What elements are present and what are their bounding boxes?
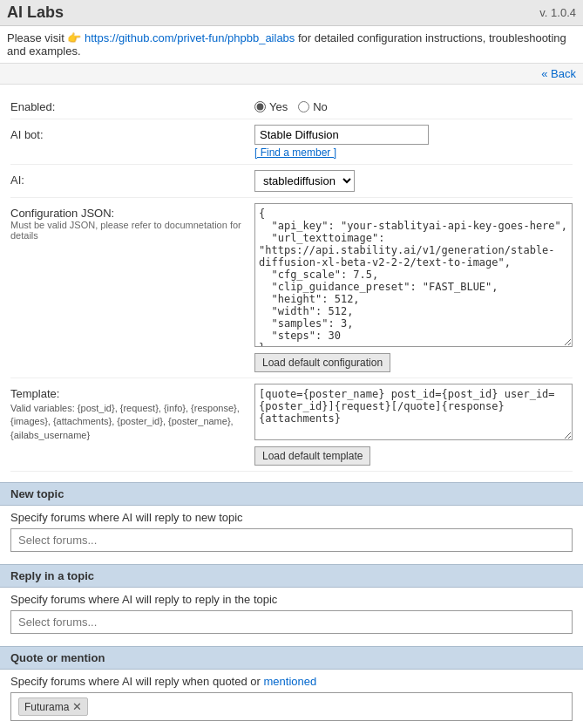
- config-json-label: Configuration JSON: Must be valid JSON, …: [10, 203, 254, 241]
- reply-topic-input[interactable]: [10, 610, 573, 634]
- template-valid-vars: Valid variables: {post_id}, {request}, {…: [10, 402, 254, 442]
- reply-topic-divider: Reply in a topic: [0, 564, 583, 588]
- reply-topic-description: Specify forums where AI will reply to re…: [10, 593, 573, 606]
- no-label: No: [313, 100, 328, 113]
- ai-control: stablediffusion: [254, 170, 573, 192]
- template-textarea[interactable]: [254, 384, 573, 440]
- back-link[interactable]: « Back: [0, 64, 583, 85]
- ai-row: AI: stablediffusion: [10, 165, 573, 198]
- notice-text-before: Please visit 👉: [7, 31, 85, 44]
- app-version: v. 1.0.4: [539, 6, 576, 19]
- tag-close-icon[interactable]: ✕: [72, 700, 82, 713]
- yes-label: Yes: [269, 100, 288, 113]
- notice-link[interactable]: https://github.com/privet-fun/phpbb_aila…: [85, 31, 295, 44]
- reply-topic-section: Specify forums where AI will reply to re…: [0, 588, 583, 643]
- load-default-config-button[interactable]: Load default configuration: [254, 353, 390, 372]
- config-json-control: Load default configuration: [254, 203, 573, 372]
- ai-bot-input[interactable]: [254, 125, 429, 145]
- enabled-control: Yes No: [254, 97, 573, 113]
- new-topic-divider: New topic: [0, 482, 583, 506]
- ai-label: AI:: [10, 170, 254, 187]
- config-json-textarea[interactable]: [254, 203, 573, 347]
- main-content: Enabled: Yes No AI bot:: [0, 85, 583, 728]
- notice-bar: Please visit 👉 https://github.com/privet…: [0, 26, 583, 64]
- futurama-tag: Futurama ✕: [18, 697, 88, 716]
- ai-bot-control: [ Find a member ]: [254, 125, 573, 159]
- app-title: AI Labs: [7, 3, 64, 22]
- new-topic-section: Specify forums where AI will reply to ne…: [0, 506, 583, 561]
- quote-mention-tag-container[interactable]: Futurama ✕: [10, 692, 573, 721]
- ai-bot-row: AI bot: [ Find a member ]: [10, 119, 573, 165]
- new-topic-input[interactable]: [10, 528, 573, 552]
- load-default-template-button[interactable]: Load default template: [254, 446, 370, 466]
- enabled-label: Enabled:: [10, 97, 254, 113]
- no-radio[interactable]: [298, 101, 309, 112]
- ai-select[interactable]: stablediffusion: [254, 170, 355, 192]
- find-member-text[interactable]: [ Find a member ]: [254, 146, 573, 159]
- new-topic-description: Specify forums where AI will reply to ne…: [10, 511, 573, 524]
- header-bar: AI Labs v. 1.0.4: [0, 0, 583, 26]
- config-json-sublabel: Must be valid JSON, please refer to docu…: [10, 220, 254, 241]
- no-radio-label[interactable]: No: [298, 100, 328, 113]
- quote-mention-description: Specify forums where AI will reply when …: [10, 675, 573, 688]
- quote-mention-section: Specify forums where AI will reply when …: [0, 670, 583, 728]
- ai-bot-label: AI bot:: [10, 125, 254, 141]
- yes-radio[interactable]: [254, 101, 266, 112]
- mentioned-link[interactable]: mentioned: [263, 675, 316, 688]
- yes-radio-label[interactable]: Yes: [254, 100, 288, 113]
- template-control: Load default template: [254, 384, 573, 466]
- find-member-link[interactable]: [ Find a member ]: [254, 146, 336, 159]
- tag-label: Futurama: [24, 701, 69, 713]
- enabled-row: Enabled: Yes No: [10, 92, 573, 119]
- template-label: Template: Valid variables: {post_id}, {r…: [10, 384, 254, 442]
- config-json-row: Configuration JSON: Must be valid JSON, …: [10, 198, 573, 378]
- template-row: Template: Valid variables: {post_id}, {r…: [10, 378, 573, 472]
- quote-mention-divider: Quote or mention: [0, 646, 583, 670]
